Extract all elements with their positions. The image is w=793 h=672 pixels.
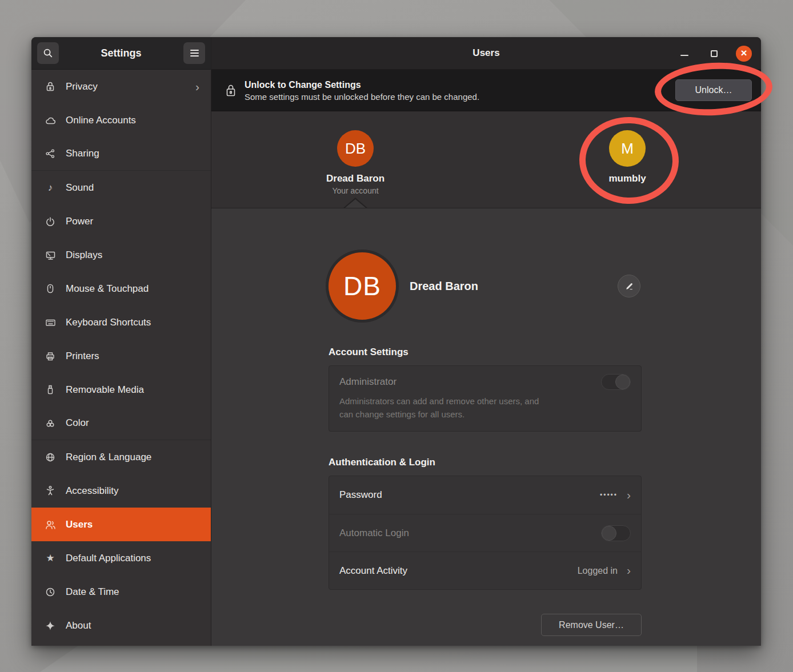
sidebar-item-sound[interactable]: ♪ Sound: [31, 171, 211, 204]
keyboard-icon: [44, 318, 57, 327]
user-chip-dread-baron[interactable]: DB Dread Baron Your account: [298, 130, 412, 195]
share-icon: [44, 148, 57, 159]
accessibility-icon: [44, 485, 57, 496]
sidebar-item-accessibility[interactable]: Accessibility: [31, 474, 211, 508]
user-detail-panel: DB Dread Baron Account Settings: [211, 208, 761, 646]
globe-icon: [44, 452, 57, 462]
chevron-right-icon: ›: [627, 564, 631, 576]
sidebar-item-color[interactable]: Color: [31, 407, 211, 440]
sidebar-item-sharing[interactable]: Sharing: [31, 137, 211, 171]
sidebar-item-mouse-touchpad[interactable]: Mouse & Touchpad: [31, 272, 211, 305]
rename-user-button[interactable]: [618, 275, 640, 297]
profile-avatar[interactable]: DB: [329, 252, 396, 320]
user-name: Dread Baron: [326, 173, 385, 184]
automatic-login-label: Automatic Login: [339, 528, 409, 539]
color-icon: [44, 419, 57, 428]
printer-icon: [44, 351, 57, 361]
administrator-toggle[interactable]: [601, 374, 631, 390]
account-activity-value: Logged in: [578, 566, 618, 576]
sidebar-item-label: Keyboard Shortcuts: [66, 317, 151, 328]
unlock-button[interactable]: Unlock…: [675, 79, 752, 101]
display-icon: [44, 250, 57, 260]
sidebar-item-region-language[interactable]: Region & Language: [31, 440, 211, 474]
cloud-icon: [44, 115, 57, 126]
unlock-banner-text: Unlock to Change Settings Some settings …: [245, 79, 479, 101]
chevron-right-icon: ›: [627, 489, 631, 501]
password-label: Password: [339, 489, 382, 501]
sidebar-item-power[interactable]: Power: [31, 204, 211, 238]
sidebar-item-privacy[interactable]: Privacy ›: [31, 70, 211, 103]
sidebar-item-online-accounts[interactable]: Online Accounts: [31, 103, 211, 137]
window-controls: ×: [676, 37, 752, 70]
authentication-card: Password ••••• › Automatic Login Acco: [329, 476, 642, 590]
sidebar-item-keyboard-shortcuts[interactable]: Keyboard Shortcuts: [31, 305, 211, 339]
clock-icon: [44, 587, 57, 597]
account-activity-row[interactable]: Account Activity Logged in ›: [329, 552, 641, 589]
toggle-knob: [602, 526, 616, 541]
sidebar-item-label: Region & Language: [66, 452, 151, 463]
administrator-description: Administrators can add and remove other …: [339, 395, 631, 421]
sidebar-header: Settings: [31, 37, 211, 70]
sidebar-item-about[interactable]: About: [31, 609, 211, 642]
close-button[interactable]: ×: [736, 46, 752, 62]
sidebar-item-default-applications[interactable]: ★ Default Applications: [31, 541, 211, 575]
sidebar-item-label: Online Accounts: [66, 115, 136, 126]
user-name: mumbly: [608, 173, 646, 184]
sidebar-item-label: Color: [66, 417, 89, 429]
sidebar-item-label: Printers: [66, 351, 99, 362]
automatic-login-toggle[interactable]: [601, 525, 631, 541]
unlock-banner-subtitle: Some settings must be unlocked before th…: [245, 92, 479, 102]
toggle-knob: [615, 375, 630, 389]
administrator-label: Administrator: [339, 376, 396, 388]
music-note-icon: ♪: [44, 183, 57, 192]
settings-window: Settings Privacy ›: [31, 37, 761, 646]
minimize-icon: [680, 55, 688, 56]
app-title: Settings: [59, 47, 183, 59]
sparkle-icon: [44, 621, 57, 631]
profile-row: DB Dread Baron: [329, 251, 642, 321]
password-value: •••••: [600, 491, 618, 499]
unlock-banner: Unlock to Change Settings Some settings …: [211, 70, 761, 111]
power-icon: [44, 216, 57, 227]
search-button[interactable]: [37, 42, 59, 64]
hamburger-icon: [190, 50, 199, 57]
user-chip-mumbly[interactable]: M mumbly: [570, 130, 684, 184]
chevron-right-icon: ›: [195, 81, 199, 92]
sidebar-item-label: Displays: [66, 250, 102, 261]
star-icon: ★: [44, 553, 57, 563]
sidebar-item-displays[interactable]: Displays: [31, 238, 211, 272]
avatar: M: [609, 130, 646, 167]
user-subtitle: Your account: [332, 186, 378, 195]
sidebar-item-printers[interactable]: Printers: [31, 339, 211, 373]
password-row[interactable]: Password ••••• ›: [329, 476, 641, 514]
automatic-login-row: Automatic Login: [329, 514, 641, 552]
account-activity-label: Account Activity: [339, 565, 407, 577]
sidebar-item-date-time[interactable]: Date & Time: [31, 575, 211, 609]
pencil-icon: [624, 281, 634, 291]
section-heading-account-settings: Account Settings: [329, 347, 642, 358]
lock-icon: [44, 81, 57, 92]
sidebar-item-label: Sharing: [66, 148, 99, 159]
sidebar-item-label: Privacy: [66, 81, 98, 92]
sidebar-item-label: Default Applications: [66, 553, 151, 564]
sidebar-item-label: Accessibility: [66, 485, 119, 497]
maximize-icon: [711, 50, 718, 57]
usb-drive-icon: [44, 384, 57, 395]
remove-user-button[interactable]: Remove User…: [541, 614, 642, 636]
sidebar-item-label: Sound: [66, 182, 94, 194]
sidebar-item-label: Mouse & Touchpad: [66, 283, 149, 295]
sidebar-item-label: Power: [66, 216, 93, 227]
search-icon: [43, 48, 53, 58]
main-pane: Users × Unlock to Change Settings Some s…: [211, 37, 761, 646]
sidebar-item-removable-media[interactable]: Removable Media: [31, 373, 211, 407]
sidebar-item-label: Removable Media: [66, 384, 144, 396]
titlebar[interactable]: Users ×: [211, 37, 761, 70]
primary-menu-button[interactable]: [183, 42, 205, 64]
sidebar-item-label: Users: [66, 519, 93, 530]
sidebar-item-users[interactable]: Users: [31, 508, 211, 541]
users-icon: [44, 520, 57, 530]
minimize-button[interactable]: [676, 46, 692, 62]
page-title: Users: [472, 47, 499, 59]
maximize-button[interactable]: [706, 46, 722, 62]
section-heading-authentication: Authentication & Login: [329, 457, 642, 468]
